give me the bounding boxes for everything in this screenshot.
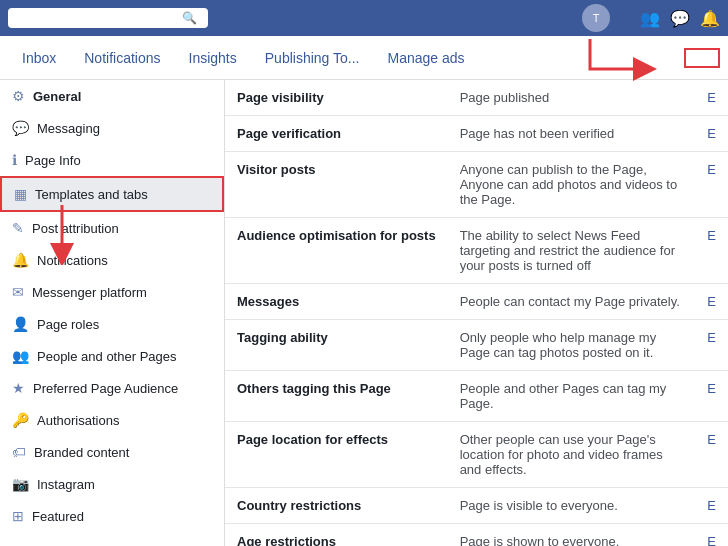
people-pages-icon: 👥 [12, 348, 29, 364]
nav-tabs: Inbox Notifications Insights Publishing … [0, 36, 728, 80]
search-box[interactable]: 🔍 [8, 8, 208, 28]
messenger-icon: ✉ [12, 284, 24, 300]
messaging-icon: 💬 [12, 120, 29, 136]
table-row: Country restrictionsPage is visible to e… [225, 488, 728, 524]
setting-value: Page is shown to everyone. [448, 524, 696, 547]
setting-edit-link[interactable]: E [695, 422, 728, 488]
setting-value: Page has not been verified [448, 116, 696, 152]
sidebar-item-label: Messaging [37, 121, 100, 136]
sidebar-item-general[interactable]: ⚙ General [0, 80, 224, 112]
sidebar-item-preferred-page-audience[interactable]: ★ Preferred Page Audience [0, 372, 224, 404]
top-bar: 🔍 T 👥 💬 🔔 [0, 0, 728, 36]
people-icon: 👥 [640, 9, 660, 28]
settings-tab[interactable] [684, 48, 720, 68]
sidebar-item-label: General [33, 89, 81, 104]
table-row: Audience optimisation for postsThe abili… [225, 218, 728, 284]
sidebar-item-label: Page Info [25, 153, 81, 168]
audience-icon: ★ [12, 380, 25, 396]
sidebar-item-label: Instagram [37, 477, 95, 492]
setting-edit-link[interactable]: E [695, 371, 728, 422]
branded-icon: 🏷 [12, 444, 26, 460]
table-row: Page verificationPage has not been verif… [225, 116, 728, 152]
sidebar-item-page-roles[interactable]: 👤 Page roles [0, 308, 224, 340]
sidebar-item-featured[interactable]: ⊞ Featured [0, 500, 224, 532]
setting-edit-link[interactable]: E [695, 320, 728, 371]
setting-name: Messages [225, 284, 448, 320]
sidebar-item-label: Featured [32, 509, 84, 524]
setting-name: Audience optimisation for posts [225, 218, 448, 284]
sidebar-item-label: People and other Pages [37, 349, 177, 364]
tab-insights[interactable]: Insights [175, 36, 251, 79]
setting-value: Page published [448, 80, 696, 116]
tab-inbox[interactable]: Inbox [8, 36, 70, 79]
content-area: Page visibilityPage publishedEPage verif… [225, 80, 728, 546]
templates-icon: ▦ [14, 186, 27, 202]
setting-edit-link[interactable]: E [695, 524, 728, 547]
sidebar-item-label: Templates and tabs [35, 187, 148, 202]
tab-publishing[interactable]: Publishing To... [251, 36, 374, 79]
sidebar-item-label: Authorisations [37, 413, 119, 428]
sidebar-item-messaging[interactable]: 💬 Messaging [0, 112, 224, 144]
setting-name: Page location for effects [225, 422, 448, 488]
top-right-icons: T 👥 💬 🔔 [582, 4, 720, 32]
setting-name: Age restrictions [225, 524, 448, 547]
sidebar-item-notifications[interactable]: 🔔 Notifications [0, 244, 224, 276]
key-icon: 🔑 [12, 412, 29, 428]
sidebar-item-people-and-other-pages[interactable]: 👥 People and other Pages [0, 340, 224, 372]
setting-value: Page is visible to everyone. [448, 488, 696, 524]
setting-edit-link[interactable]: E [695, 116, 728, 152]
sidebar-item-authorisations[interactable]: 🔑 Authorisations [0, 404, 224, 436]
setting-name: Page visibility [225, 80, 448, 116]
avatar: T [582, 4, 610, 32]
sidebar-item-label: Post attribution [32, 221, 119, 236]
sidebar-items-container: ⚙ General 💬 Messaging ℹ Page Info ▦ Temp… [0, 80, 224, 532]
setting-value: The ability to select News Feed targetin… [448, 218, 696, 284]
sidebar-item-label: Notifications [37, 253, 108, 268]
settings-tab-wrapper [684, 48, 720, 68]
search-icon: 🔍 [182, 11, 197, 25]
settings-table: Page visibilityPage publishedEPage verif… [225, 80, 728, 546]
sidebar-item-label: Messenger platform [32, 285, 147, 300]
sidebar-item-instagram[interactable]: 📷 Instagram [0, 468, 224, 500]
search-input[interactable] [16, 11, 176, 25]
table-row: Visitor postsAnyone can publish to the P… [225, 152, 728, 218]
sidebar: ⚙ General 💬 Messaging ℹ Page Info ▦ Temp… [0, 80, 225, 546]
setting-edit-link[interactable]: E [695, 218, 728, 284]
sidebar-item-messenger-platform[interactable]: ✉ Messenger platform [0, 276, 224, 308]
main-layout: ⚙ General 💬 Messaging ℹ Page Info ▦ Temp… [0, 80, 728, 546]
setting-value: Only people who help manage my Page can … [448, 320, 696, 371]
sidebar-item-branded-content[interactable]: 🏷 Branded content [0, 436, 224, 468]
info-icon: ℹ [12, 152, 17, 168]
setting-name: Page verification [225, 116, 448, 152]
table-row: Age restrictionsPage is shown to everyon… [225, 524, 728, 547]
sidebar-item-post-attribution[interactable]: ✎ Post attribution [0, 212, 224, 244]
setting-name: Tagging ability [225, 320, 448, 371]
setting-value: People can contact my Page privately. [448, 284, 696, 320]
setting-name: Country restrictions [225, 488, 448, 524]
chat-icon: 💬 [670, 9, 690, 28]
table-row: Page visibilityPage publishedE [225, 80, 728, 116]
bell-icon: 🔔 [700, 9, 720, 28]
table-row: MessagesPeople can contact my Page priva… [225, 284, 728, 320]
setting-edit-link[interactable]: E [695, 80, 728, 116]
tab-manage-ads[interactable]: Manage ads [373, 36, 478, 79]
post-attribution-icon: ✎ [12, 220, 24, 236]
setting-edit-link[interactable]: E [695, 152, 728, 218]
sidebar-item-label: Page roles [37, 317, 99, 332]
sidebar-item-page-info[interactable]: ℹ Page Info [0, 144, 224, 176]
setting-name: Visitor posts [225, 152, 448, 218]
setting-edit-link[interactable]: E [695, 488, 728, 524]
sidebar-item-label: Preferred Page Audience [33, 381, 178, 396]
notifications-icon: 🔔 [12, 252, 29, 268]
table-row: Page location for effectsOther people ca… [225, 422, 728, 488]
setting-value: Anyone can publish to the Page, Anyone c… [448, 152, 696, 218]
instagram-icon: 📷 [12, 476, 29, 492]
gear-icon: ⚙ [12, 88, 25, 104]
featured-icon: ⊞ [12, 508, 24, 524]
table-row: Tagging abilityOnly people who help mana… [225, 320, 728, 371]
setting-name: Others tagging this Page [225, 371, 448, 422]
tab-notifications[interactable]: Notifications [70, 36, 174, 79]
sidebar-item-templates-and-tabs[interactable]: ▦ Templates and tabs [0, 176, 224, 212]
page-roles-icon: 👤 [12, 316, 29, 332]
setting-edit-link[interactable]: E [695, 284, 728, 320]
